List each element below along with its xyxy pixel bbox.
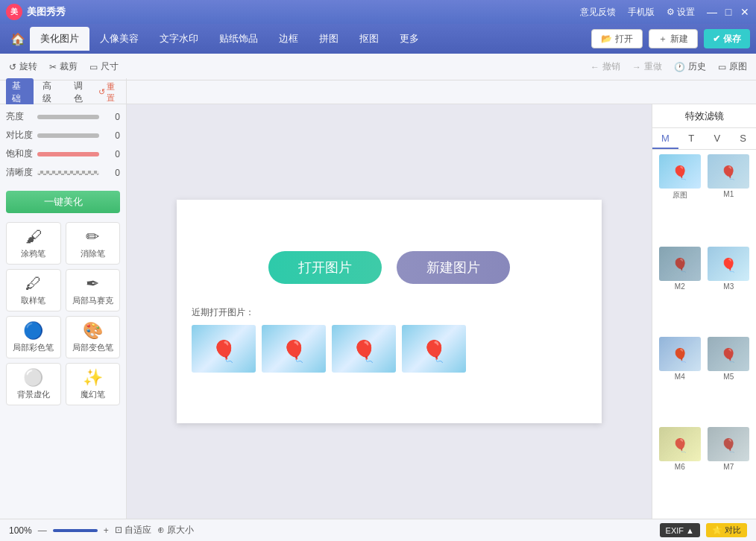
app-logo: 美 美图秀秀 [6, 4, 66, 20]
local-color-icon: 🔵 [23, 321, 43, 341]
tool-graffiti-label: 涂鸦笔 [21, 248, 45, 259]
recent-thumb-3[interactable]: 🎈 [332, 325, 396, 373]
bottom-right: EXIF ▲ ⭐ 对比 [660, 523, 747, 537]
filter-thumb-m7: 🎈 [708, 427, 749, 461]
filter-tab-v[interactable]: V [705, 128, 731, 149]
tool-color-change-label: 局部变色笔 [72, 342, 113, 353]
filter-tab-m[interactable]: M [652, 128, 678, 149]
filter-tab-t[interactable]: T [678, 128, 705, 149]
new-btn[interactable]: ＋ 新建 [649, 29, 698, 48]
balloon-icon-4: 🎈 [421, 339, 447, 364]
nav-tab-cutout[interactable]: 抠图 [349, 27, 389, 51]
tool-local-color[interactable]: 🔵 局部彩色笔 [6, 316, 61, 358]
open-btn[interactable]: 📂 打开 [591, 29, 643, 48]
subtoolbar-left: 基础 高级 调色 ↺ 重置 [0, 78, 127, 107]
tool-blur-label: 背景虚化 [17, 389, 50, 400]
filter-orig[interactable]: 🎈 原图 [657, 154, 703, 244]
left-panel: 亮度 0 对比度 0 饱和度 0 清晰度 0 一键美化 🖌 涂鸦笔 [0, 104, 127, 519]
fit-btn[interactable]: ⊡ 自适应 [115, 524, 151, 537]
filter-header: 特效滤镜 [652, 104, 756, 128]
saturation-slider[interactable] [37, 152, 99, 156]
filter-m7[interactable]: 🎈 M7 [706, 427, 752, 514]
filter-m5[interactable]: 🎈 M5 [706, 337, 752, 424]
open-image-btn[interactable]: 打开图片 [268, 251, 382, 284]
original-size-btn[interactable]: ⊕ 原大小 [157, 524, 194, 537]
nav-tab-border[interactable]: 边框 [268, 27, 309, 51]
filter-m4[interactable]: 🎈 M4 [657, 337, 703, 424]
maximize-btn[interactable]: □ [723, 7, 734, 17]
sub-tab-color[interactable]: 调色 [68, 78, 95, 107]
zoom-slider[interactable] [53, 529, 98, 532]
new-image-btn[interactable]: 新建图片 [397, 251, 510, 284]
toolbar: ↺ 旋转 ✂ 裁剪 ▭ 尺寸 ← 撤销 → 重做 🕐 历史 ▭ 原图 [0, 54, 756, 80]
filter-thumb-m5: 🎈 [708, 337, 749, 371]
nav-tab-beautify[interactable]: 美化图片 [30, 27, 89, 51]
recent-thumb-4[interactable]: 🎈 [402, 325, 466, 373]
tool-graffiti[interactable]: 🖌 涂鸦笔 [6, 222, 61, 265]
tool-eraser[interactable]: ✏ 消除笔 [66, 222, 121, 265]
tool-mosaic[interactable]: ✒ 局部马赛克 [66, 269, 121, 311]
tool-local-color-label: 局部彩色笔 [13, 342, 54, 353]
filter-label-orig: 原图 [672, 190, 687, 200]
mini-balloon-m4: 🎈 [672, 347, 688, 364]
tool-blur[interactable]: ⚪ 背景虚化 [6, 363, 61, 405]
nav-tab-collage[interactable]: 拼图 [309, 27, 349, 51]
canvas-area: 打开图片 新建图片 近期打开图片： 🎈 🎈 🎈 🎈 [127, 104, 652, 519]
redo-btn[interactable]: → 重做 [632, 60, 662, 73]
filter-m6[interactable]: 🎈 M6 [657, 427, 703, 514]
recent-thumb-1[interactable]: 🎈 [192, 325, 256, 373]
exif-btn[interactable]: EXIF ▲ [660, 523, 700, 537]
contrast-btn[interactable]: ⭐ 对比 [706, 523, 747, 537]
mini-balloon-m3: 🎈 [720, 257, 737, 273]
recent-thumb-2[interactable]: 🎈 [262, 325, 326, 373]
reset-btn[interactable]: ↺ 重置 [98, 81, 120, 104]
resize-btn[interactable]: ▭ 尺寸 [89, 60, 119, 73]
nav-tab-sticker[interactable]: 贴纸饰品 [209, 27, 268, 51]
one-key-beautify-btn[interactable]: 一键美化 [6, 191, 120, 213]
sub-tab-basic[interactable]: 基础 [6, 78, 34, 107]
nav-tab-more[interactable]: 更多 [389, 27, 429, 51]
tool-magic[interactable]: ✨ 魔幻笔 [66, 363, 121, 405]
original-btn[interactable]: ▭ 原图 [718, 60, 747, 73]
zoom-percent: 100% [9, 525, 32, 536]
mobile-btn[interactable]: 手机版 [628, 6, 655, 19]
feedback-btn[interactable]: 意见反馈 [580, 6, 616, 19]
mini-balloon-m7: 🎈 [720, 437, 737, 454]
tool-color-change[interactable]: 🎨 局部变色笔 [66, 316, 121, 358]
nav-tab-portrait[interactable]: 人像美容 [89, 27, 149, 51]
sharpness-row: 清晰度 0 [6, 166, 120, 179]
tool-sample-label: 取样笔 [21, 295, 45, 306]
rotate-btn[interactable]: ↺ 旋转 [9, 60, 37, 73]
undo-btn[interactable]: ← 撤销 [590, 60, 620, 73]
mini-balloon-m2: 🎈 [672, 257, 688, 273]
settings-btn[interactable]: ⚙ 设置 [667, 6, 695, 19]
filter-m1[interactable]: 🎈 M1 [706, 154, 752, 244]
filter-m2[interactable]: 🎈 M2 [657, 247, 703, 334]
close-btn[interactable]: ✕ [740, 7, 750, 17]
home-btn[interactable]: 🏠 [6, 27, 30, 51]
tool-mosaic-label: 局部马赛克 [72, 295, 113, 306]
contrast-slider[interactable] [37, 133, 99, 138]
navbar: 🏠 美化图片 人像美容 文字水印 贴纸饰品 边框 拼图 抠图 更多 📂 打开 ＋… [0, 24, 756, 54]
nav-tab-watermark[interactable]: 文字水印 [149, 27, 209, 51]
save-btn[interactable]: ✔ 保存 [704, 29, 750, 48]
brightness-slider[interactable] [37, 115, 99, 119]
zoom-minus-btn[interactable]: — [38, 525, 47, 536]
filter-label-m3: M3 [723, 282, 734, 291]
filter-tab-s[interactable]: S [730, 128, 756, 149]
recent-section: 近期打开图片： 🎈 🎈 🎈 🎈 [192, 306, 587, 373]
history-btn[interactable]: 🕐 历史 [674, 60, 706, 73]
sharpness-slider[interactable] [37, 171, 99, 175]
bottombar: 100% — + ⊡ 自适应 ⊕ 原大小 EXIF ▲ ⭐ 对比 [0, 519, 756, 541]
graffiti-icon: 🖌 [25, 227, 42, 247]
filter-thumb-m1: 🎈 [708, 154, 749, 189]
canvas-inner: 打开图片 新建图片 近期打开图片： 🎈 🎈 🎈 🎈 [177, 200, 602, 423]
minimize-btn[interactable]: — [707, 7, 717, 17]
mini-balloon-m5: 🎈 [720, 347, 737, 364]
filter-m3[interactable]: 🎈 M3 [706, 247, 752, 334]
tool-sample[interactable]: 🖊 取样笔 [6, 269, 61, 311]
blur-icon: ⚪ [23, 368, 43, 387]
zoom-plus-btn[interactable]: + [104, 525, 109, 536]
crop-btn[interactable]: ✂ 裁剪 [49, 60, 78, 73]
sub-tab-advanced[interactable]: 高级 [37, 78, 64, 107]
